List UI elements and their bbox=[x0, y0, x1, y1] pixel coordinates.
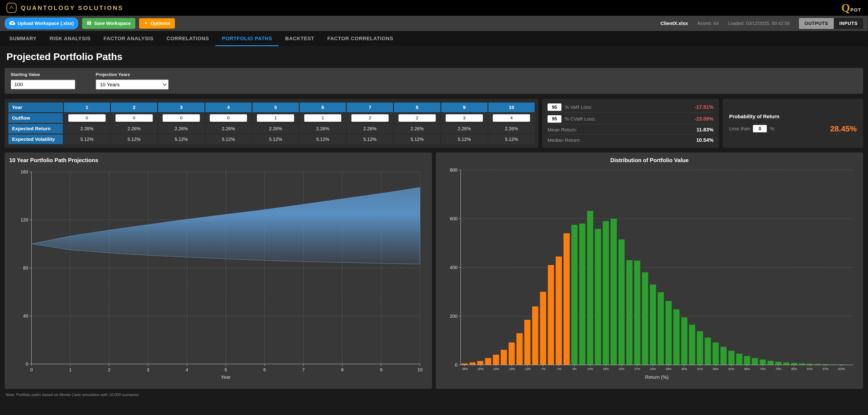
expected-volatility-cell: 5.12% bbox=[394, 134, 440, 144]
year-cell: 2 bbox=[111, 102, 157, 112]
median-return-value: 10.54% bbox=[696, 137, 713, 143]
assets-count: Assets: 64 bbox=[697, 21, 719, 26]
probability-value: 28.45% bbox=[830, 124, 857, 133]
brand-name: QUANTOLOGY SOLUTIONS bbox=[21, 4, 123, 11]
projection-years-label: Projection Years bbox=[96, 72, 169, 77]
svg-text:5: 5 bbox=[224, 367, 227, 372]
tab-correlations[interactable]: CORRELATIONS bbox=[160, 31, 216, 46]
projection-years-control: Projection Years 10 Years bbox=[96, 72, 169, 90]
outflow-input-year-6[interactable] bbox=[304, 114, 341, 122]
expected-return-cell: 2.26% bbox=[347, 124, 393, 133]
upload-workspace-button[interactable]: Upload Workspace (.xlsx) bbox=[5, 18, 78, 29]
svg-text:7: 7 bbox=[302, 367, 305, 372]
svg-text:51%: 51% bbox=[697, 368, 703, 371]
mean-return-row: Mean Return: 11.83% bbox=[548, 125, 713, 135]
median-return-label: Median Return: bbox=[548, 137, 581, 143]
expected-volatility-cell: 5.12% bbox=[158, 134, 204, 144]
charts-row: 10 Year Portfolio Path Projections 01234… bbox=[5, 152, 863, 389]
year-cell: 10 bbox=[488, 102, 535, 112]
outflow-cell bbox=[206, 113, 252, 123]
expected-volatility-row-label: Expected Volatility bbox=[8, 134, 63, 144]
footer-note: Note: Portfolio paths based on Monte Car… bbox=[0, 389, 868, 401]
svg-text:10%: 10% bbox=[587, 368, 593, 371]
outflow-cell bbox=[111, 113, 157, 123]
tab-risk-analysis[interactable]: RISK ANALYSIS bbox=[43, 31, 97, 46]
tab-backtest[interactable]: BACKTEST bbox=[279, 31, 321, 46]
projection-table-panel: Year 12345678910 Outflow Expected Return… bbox=[5, 99, 538, 148]
year-cell: 9 bbox=[441, 102, 488, 112]
outflow-input-year-4[interactable] bbox=[210, 114, 247, 122]
outflow-cell bbox=[64, 113, 110, 123]
year-cell: 7 bbox=[347, 102, 393, 112]
svg-text:79%: 79% bbox=[776, 368, 781, 371]
probability-threshold-input[interactable] bbox=[753, 125, 767, 132]
svg-text:45%: 45% bbox=[681, 368, 687, 371]
year-cell: 3 bbox=[158, 102, 204, 112]
year-row-label: Year bbox=[8, 102, 63, 112]
brand: QUANTOLOGY SOLUTIONS bbox=[6, 3, 123, 13]
cvar-row: % CVaR Loss: -23.09% bbox=[548, 114, 713, 125]
qpot-q: Q bbox=[841, 2, 850, 13]
outflow-input-year-8[interactable] bbox=[399, 114, 436, 122]
svg-text:3: 3 bbox=[147, 367, 149, 372]
svg-text:27%: 27% bbox=[634, 368, 640, 371]
page-title: Projected Portfolio Paths bbox=[0, 46, 868, 68]
svg-text:22%: 22% bbox=[619, 368, 624, 371]
expected-return-cell: 2.26% bbox=[441, 124, 488, 133]
outflow-input-year-2[interactable] bbox=[116, 114, 153, 122]
tab-bar: SUMMARYRISK ANALYSISFACTOR ANALYSISCORRE… bbox=[0, 31, 868, 46]
save-icon bbox=[87, 20, 92, 27]
svg-text:6: 6 bbox=[264, 367, 266, 372]
outflow-input-year-5[interactable] bbox=[257, 114, 294, 122]
svg-text:600: 600 bbox=[450, 216, 458, 221]
svg-text:102%: 102% bbox=[837, 368, 845, 371]
svg-text:4: 4 bbox=[186, 367, 188, 372]
top-header: QUANTOLOGY SOLUTIONS Q POT bbox=[0, 0, 868, 16]
svg-text:160: 160 bbox=[21, 169, 28, 174]
outflow-input-year-3[interactable] bbox=[163, 114, 200, 122]
expected-volatility-cell: 5.12% bbox=[488, 134, 535, 144]
outflow-row-label: Outflow bbox=[8, 113, 63, 123]
starting-value-label: Starting Value bbox=[11, 72, 75, 77]
inputs-toggle-button[interactable]: INPUTS bbox=[834, 18, 863, 29]
svg-text:97%: 97% bbox=[823, 368, 829, 371]
starting-value-input[interactable] bbox=[11, 80, 75, 89]
projection-years-select[interactable]: 10 Years bbox=[96, 79, 169, 90]
svg-text:-1%: -1% bbox=[556, 368, 561, 371]
app-root: QUANTOLOGY SOLUTIONS Q POT Upload Worksp… bbox=[0, 0, 868, 415]
var-confidence-input[interactable] bbox=[548, 103, 561, 111]
svg-text:-30%: -30% bbox=[477, 368, 484, 371]
toolbar: Upload Workspace (.xlsx) Save Workspace … bbox=[0, 16, 868, 31]
optimise-label: Optimise bbox=[151, 21, 170, 26]
year-cell: 8 bbox=[394, 102, 440, 112]
save-workspace-label: Save Workspace bbox=[94, 21, 131, 26]
expected-return-cell: 2.26% bbox=[111, 124, 157, 133]
controls-panel: Starting Value Projection Years 10 Years bbox=[5, 68, 863, 94]
tab-factor-correlations[interactable]: FACTOR CORRELATIONS bbox=[321, 31, 400, 46]
outflow-input-year-7[interactable] bbox=[351, 114, 389, 122]
tab-summary[interactable]: SUMMARY bbox=[3, 31, 43, 46]
tab-portfolio-paths[interactable]: PORTFOLIO PATHS bbox=[215, 31, 279, 46]
outflow-input-year-9[interactable] bbox=[446, 114, 483, 122]
expected-return-cell: 2.26% bbox=[206, 124, 252, 133]
outflow-input-year-10[interactable] bbox=[493, 114, 530, 122]
optimise-button[interactable]: Optimise bbox=[139, 18, 175, 29]
year-cell: 5 bbox=[252, 102, 299, 112]
outflow-input-year-1[interactable] bbox=[68, 114, 105, 122]
svg-text:39%: 39% bbox=[666, 368, 672, 371]
svg-text:-24%: -24% bbox=[493, 368, 499, 371]
expected-volatility-cell: 5.12% bbox=[206, 134, 252, 144]
save-workspace-button[interactable]: Save Workspace bbox=[82, 18, 135, 29]
year-cell: 1 bbox=[64, 102, 110, 112]
starting-value-control: Starting Value bbox=[11, 72, 75, 90]
tab-factor-analysis[interactable]: FACTOR ANALYSIS bbox=[97, 31, 160, 46]
svg-text:800: 800 bbox=[450, 167, 458, 172]
outputs-toggle-button[interactable]: OUTPUTS bbox=[799, 18, 834, 29]
expected-return-cell: 2.26% bbox=[64, 124, 110, 133]
cvar-confidence-input[interactable] bbox=[548, 115, 561, 123]
svg-text:400: 400 bbox=[450, 265, 458, 270]
svg-text:16%: 16% bbox=[603, 368, 609, 371]
svg-text:2: 2 bbox=[108, 367, 111, 372]
outflow-cell bbox=[488, 113, 535, 123]
median-return-row: Median Return: 10.54% bbox=[548, 136, 713, 145]
